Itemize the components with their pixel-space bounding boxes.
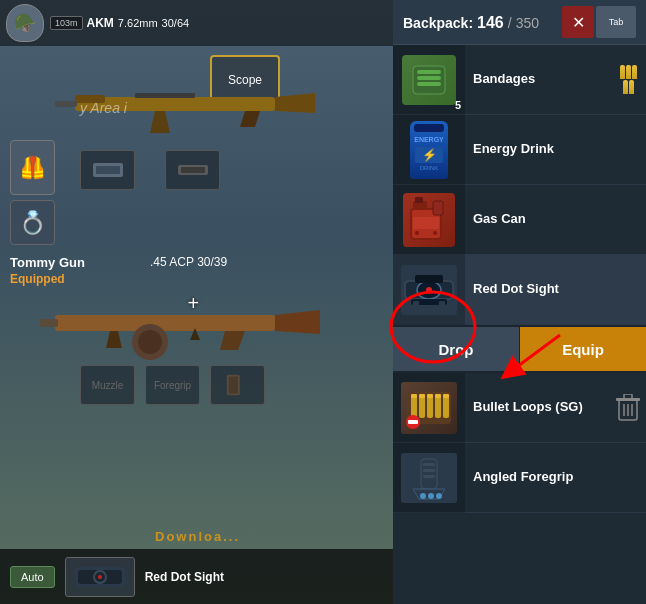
bullet-5 [629,80,634,94]
weapon2-equipped-label: Equipped [10,272,65,286]
tommy-mag-slot[interactable] [210,365,265,405]
svg-point-64 [420,493,426,499]
svg-point-65 [428,493,434,499]
bullet-loops-info: Bullet Loops (SG) [465,393,610,422]
svg-rect-49 [435,394,441,398]
ammo-display: 30/64 [162,17,190,29]
energy-drink-info: Energy Drink [465,135,646,164]
bandages-name: Bandages [473,71,602,88]
bullets-icon [620,65,637,94]
red-dot-thumb[interactable] [65,557,135,597]
bandages-icon [402,55,456,105]
svg-rect-9 [40,319,58,327]
svg-rect-50 [443,394,449,398]
item-row-energy-drink[interactable]: ENERGY ⚡ DRINK Energy Drink [393,115,646,185]
game-world: 🪖 103m AKM 7.62mm 30/64 Scope [0,0,395,604]
gas-can-icon [403,193,455,247]
svg-rect-39 [415,275,443,283]
bullet-2 [626,65,631,79]
svg-rect-38 [439,301,445,307]
energy-drink-name: Energy Drink [473,141,638,158]
hud-top: 🪖 103m AKM 7.62mm 30/64 [0,0,395,46]
weapon1-name: AKM [87,16,114,30]
svg-rect-55 [624,394,632,399]
svg-rect-3 [135,93,195,98]
tommy-gun-display [10,285,370,365]
svg-rect-45 [443,396,449,418]
svg-rect-8 [55,315,275,331]
svg-rect-5 [96,166,120,174]
svg-rect-28 [413,217,439,229]
item-row-bullet-loops[interactable]: Bullet Loops (SG) [393,373,646,443]
svg-rect-7 [181,167,205,173]
bullet-loops-icon-box [393,373,465,443]
item-row-red-dot[interactable]: Red Dot Sight [393,255,646,325]
weapon2-ammo: .45 ACP 30/39 [150,255,227,269]
svg-point-11 [138,330,162,354]
equip-button[interactable]: Equip [520,327,646,371]
weapon2-name: Tommy Gun [10,255,85,270]
ammo-col-bandages [610,45,646,115]
angled-foregrip-name: Angled Foregrip [473,469,638,486]
bottom-item-label: Red Dot Sight [145,570,224,584]
svg-rect-22 [417,82,441,86]
trash-col [610,373,646,443]
bullet-3 [632,65,637,79]
svg-point-35 [426,287,432,293]
svg-rect-41 [411,396,417,418]
bullet-loops-icon [401,382,457,434]
bottom-bar: Auto Red Dot Sight [0,549,395,604]
svg-rect-27 [415,197,423,203]
red-dot-info: Red Dot Sight [465,275,646,304]
svg-point-30 [433,231,437,235]
tab-button[interactable]: Tab [596,6,636,38]
svg-rect-20 [417,70,441,74]
drop-button[interactable]: Drop [393,327,520,371]
svg-rect-44 [435,396,441,418]
svg-rect-61 [423,463,435,466]
item-list: 5 Bandages [393,45,646,604]
gas-can-icon-box [393,185,465,255]
bullet-loops-name: Bullet Loops (SG) [473,399,602,416]
muzzle-label: Muzzle [92,380,124,391]
bandages-count: 5 [455,99,461,111]
close-button[interactable]: ✕ [562,6,594,38]
foregrip-label: Foregrip [154,380,191,391]
energy-drink-icon: ENERGY ⚡ DRINK [410,121,448,179]
svg-rect-13 [228,377,237,394]
gas-can-name: Gas Can [473,211,638,228]
backpack-sep: / [508,15,512,31]
svg-rect-46 [411,394,417,398]
svg-point-29 [415,231,419,235]
item-row-bandages[interactable]: 5 Bandages [393,45,646,115]
angled-foregrip-icon [401,453,457,503]
item-row-angled-foregrip[interactable]: Angled Foregrip [393,443,646,513]
svg-rect-21 [417,76,441,80]
svg-point-17 [98,575,102,579]
auto-button[interactable]: Auto [10,566,55,588]
trash-icon[interactable] [614,392,642,424]
ammo-type: 7.62mm [118,17,158,29]
svg-rect-47 [419,394,425,398]
item-row-gas-can[interactable]: Gas Can [393,185,646,255]
tommy-foregrip-slot[interactable]: Foregrip [145,365,200,405]
tommy-slots: Muzzle Foregrip [80,365,265,405]
svg-rect-25 [433,201,443,215]
red-dot-icon [401,265,457,315]
ring-icon[interactable]: 💍 [10,200,55,245]
area-text: y Area i [80,100,127,116]
backpack-label: Backpack: [403,15,473,31]
bandages-icon-box: 5 [393,45,465,115]
watermark: Downloa... [155,529,240,544]
svg-rect-62 [423,469,435,472]
akm-display [10,60,380,150]
akm-slot-2[interactable] [165,150,220,190]
bullet-1 [620,65,625,79]
svg-rect-2 [55,101,77,107]
tommy-muzzle-slot[interactable]: Muzzle [80,365,135,405]
angled-foregrip-info: Angled Foregrip [465,463,646,492]
helmet-icon: 🪖 [6,4,44,42]
akm-slot-1[interactable] [80,150,135,190]
svg-rect-63 [423,475,435,478]
vest-icon[interactable]: 🦺 [10,140,55,195]
